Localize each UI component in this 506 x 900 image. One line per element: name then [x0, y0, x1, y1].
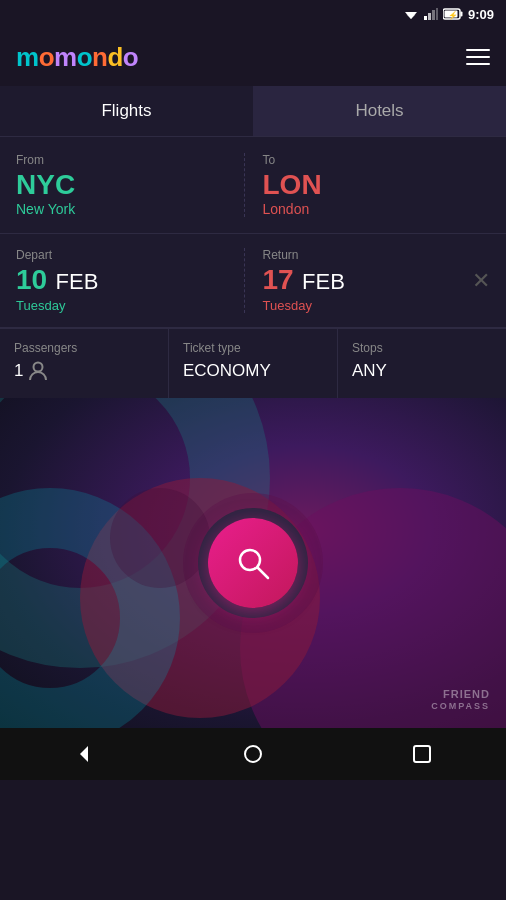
return-month: FEB	[302, 269, 345, 294]
options-row: Passengers 1 Ticket type ECONOMY Stops A…	[0, 328, 506, 398]
depart-date: 10 FEB	[16, 264, 244, 296]
signal-icon	[424, 8, 438, 20]
from-city: New York	[16, 201, 244, 217]
recents-icon	[413, 745, 431, 763]
from-label: From	[16, 153, 244, 167]
svg-rect-5	[436, 8, 438, 20]
depart-month: FEB	[56, 269, 99, 294]
flight-form: From NYC New York To LON London Depart 1…	[0, 136, 506, 398]
tab-hotels[interactable]: Hotels	[253, 86, 506, 136]
route-row: From NYC New York To LON London	[0, 137, 506, 233]
status-time: 9:09	[468, 7, 494, 22]
svg-text:⚡: ⚡	[448, 10, 458, 20]
svg-rect-4	[432, 10, 435, 20]
search-button[interactable]	[208, 518, 298, 608]
back-icon	[74, 744, 94, 764]
to-col[interactable]: To LON London	[245, 153, 491, 217]
to-city: London	[263, 201, 491, 217]
search-button-wrapper	[198, 508, 308, 618]
depart-label: Depart	[16, 248, 244, 262]
person-icon	[29, 361, 47, 381]
return-weekday: Tuesday	[263, 298, 491, 313]
svg-rect-7	[460, 12, 462, 17]
passengers-label: Passengers	[14, 341, 154, 355]
depart-day: 10	[16, 264, 47, 295]
ticket-type-value: ECONOMY	[183, 361, 323, 381]
menu-button[interactable]	[466, 49, 490, 65]
svg-point-10	[34, 363, 43, 372]
friend-compass-watermark: FRIEND COMPASS	[431, 688, 490, 712]
from-code: NYC	[16, 171, 244, 199]
depart-weekday: Tuesday	[16, 298, 244, 313]
return-day: 17	[263, 264, 294, 295]
depart-col[interactable]: Depart 10 FEB Tuesday	[16, 248, 244, 313]
svg-line-18	[258, 568, 269, 579]
stops-label: Stops	[352, 341, 492, 355]
return-date: 17 FEB	[263, 264, 491, 296]
to-label: To	[263, 153, 491, 167]
passengers-value: 1	[14, 361, 154, 381]
tab-flights[interactable]: Flights	[0, 86, 253, 136]
svg-rect-3	[428, 13, 431, 20]
to-code: LON	[263, 171, 491, 199]
app-header: momondo	[0, 28, 506, 86]
svg-marker-19	[80, 746, 88, 762]
return-col[interactable]: Return 17 FEB Tuesday	[245, 248, 491, 313]
back-button[interactable]	[70, 740, 98, 768]
search-icon	[234, 544, 272, 582]
visual-area: FRIEND COMPASS	[0, 398, 506, 728]
nav-bar	[0, 728, 506, 780]
stops-col[interactable]: Stops ANY	[337, 329, 506, 398]
ticket-type-col[interactable]: Ticket type ECONOMY	[168, 329, 337, 398]
ticket-type-label: Ticket type	[183, 341, 323, 355]
svg-point-20	[245, 746, 261, 762]
passengers-col[interactable]: Passengers 1	[0, 329, 168, 398]
recents-button[interactable]	[408, 740, 436, 768]
return-label: Return	[263, 248, 491, 262]
dates-row: Depart 10 FEB Tuesday Return 17 FEB Tues…	[0, 234, 506, 327]
search-button-outer	[198, 508, 308, 618]
stops-value: ANY	[352, 361, 492, 381]
svg-marker-1	[406, 15, 415, 20]
logo: momondo	[16, 42, 138, 73]
from-col[interactable]: From NYC New York	[16, 153, 244, 217]
svg-rect-21	[414, 746, 430, 762]
clear-return-button[interactable]: ✕	[472, 268, 490, 294]
status-bar: ⚡ 9:09	[0, 0, 506, 28]
battery-icon: ⚡	[443, 8, 463, 20]
home-icon	[243, 744, 263, 764]
wifi-icon	[403, 8, 419, 20]
svg-rect-2	[424, 16, 427, 20]
svg-point-16	[110, 488, 210, 588]
home-button[interactable]	[239, 740, 267, 768]
tabs: Flights Hotels	[0, 86, 506, 136]
status-icons: ⚡ 9:09	[403, 7, 494, 22]
